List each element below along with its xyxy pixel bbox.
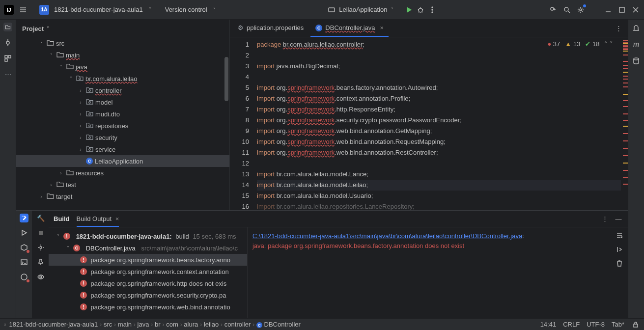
tree-item[interactable]: ›service	[16, 143, 229, 155]
run-config[interactable]: LeilaoApplication	[339, 6, 387, 13]
editor-tab[interactable]: ⚙pplication.properties	[233, 20, 308, 37]
build-error[interactable]: ! package org.springframework.web.bind.a…	[49, 301, 247, 313]
minimize-icon[interactable]	[604, 5, 613, 14]
more-tool-icon[interactable]: ⋯	[3, 70, 12, 79]
error-file-path[interactable]: C:\1821-bdd-cucumber-java-aula1\src\main…	[252, 232, 522, 240]
build-root[interactable]: ˅! 1821-bdd-cucumber-java-aula1: build 1…	[49, 230, 247, 242]
run-tool-icon[interactable]	[20, 228, 28, 237]
hide-icon[interactable]: —	[614, 215, 623, 223]
build-hammer-icon[interactable]: 🔨	[36, 214, 45, 222]
notifications-icon[interactable]	[632, 24, 641, 32]
database-tool-icon[interactable]	[632, 56, 641, 65]
warn-count: ▲ 13	[565, 40, 580, 48]
svg-rect-12	[5, 59, 7, 61]
code-area[interactable]: package br.com.alura.leilao.controller; …	[257, 37, 628, 210]
services-icon[interactable]	[20, 243, 28, 252]
project-name[interactable]: 1821-bdd-cucumber-java-aula1	[54, 6, 143, 13]
svg-rect-22	[39, 231, 43, 235]
close-icon[interactable]	[631, 5, 640, 14]
caret-pos[interactable]: 14:41	[540, 321, 557, 328]
run-icon[interactable]	[404, 5, 413, 14]
build-error[interactable]: ! package org.springframework.context.an…	[49, 266, 247, 277]
inspection-widget[interactable]: ● 37 ▲ 13 ✔ 18 ˄ ˅	[547, 40, 613, 48]
settings-cog-icon[interactable]	[36, 243, 45, 252]
debug-icon[interactable]	[416, 5, 425, 14]
build-tab[interactable]: Build	[54, 215, 70, 222]
hammer-icon[interactable]	[20, 214, 28, 222]
tree-item[interactable]: ›resources	[16, 167, 229, 179]
statusbar: ▫ 1821-bdd-cucumber-java-aula1 › src › m…	[0, 318, 644, 330]
svg-point-21	[21, 274, 27, 280]
build-output[interactable]: C:\1821-bdd-cucumber-java-aula1\src\main…	[247, 227, 628, 318]
line-sep[interactable]: CRLF	[563, 321, 580, 328]
terminal-icon[interactable]	[20, 258, 28, 267]
build-error[interactable]: ! package org.springframework.security.c…	[49, 289, 247, 301]
search-icon[interactable]	[562, 5, 571, 14]
svg-rect-11	[8, 55, 11, 58]
svg-point-24	[40, 276, 42, 278]
tree-item[interactable]: ›repositories	[16, 120, 229, 132]
problems-icon[interactable]	[20, 273, 28, 281]
eye-icon[interactable]	[36, 273, 45, 281]
project-tool-icon[interactable]	[3, 23, 12, 31]
svg-point-14	[89, 90, 91, 92]
soft-wrap-icon[interactable]	[615, 231, 624, 240]
breadcrumb[interactable]: 1821-bdd-cucumber-java-aula1 › src › mai…	[9, 321, 301, 329]
structure-tool-icon[interactable]	[3, 54, 12, 63]
readonly-icon[interactable]	[631, 320, 640, 329]
tree-item[interactable]: ˅java	[16, 61, 229, 73]
build-error[interactable]: ! package org.springframework.beans.fact…	[49, 254, 247, 266]
editor: ⚙pplication.propertiesCDBController.java…	[230, 20, 628, 210]
commit-tool-icon[interactable]	[3, 38, 12, 47]
menu-icon[interactable]	[19, 5, 28, 14]
maximize-icon[interactable]	[617, 5, 626, 14]
more-icon[interactable]	[428, 5, 437, 14]
version-control[interactable]: Version control	[165, 6, 207, 13]
project-header[interactable]: Project˅	[16, 20, 229, 37]
tree-item[interactable]: CLeilaoApplication	[16, 155, 229, 167]
scroll-end-icon[interactable]	[615, 245, 624, 254]
build-error[interactable]: ! package org.springframework.http does …	[49, 277, 247, 289]
chevron-down-icon[interactable]: ˅	[149, 7, 151, 12]
svg-point-4	[432, 12, 433, 13]
editor-tab[interactable]: CDBController.java×	[310, 20, 389, 37]
chevron-down-icon[interactable]: ˅	[391, 7, 393, 12]
build-file[interactable]: ˅C DBController.java src\main\java\br\co…	[49, 242, 247, 254]
pin-icon[interactable]	[36, 258, 45, 267]
svg-point-5	[551, 7, 554, 10]
trash-icon[interactable]	[615, 259, 624, 268]
tree-item[interactable]: ˅br.com.alura.leilao	[16, 73, 229, 84]
maven-tool-icon[interactable]: m	[633, 39, 640, 50]
build-output-tab[interactable]: Build Output ×	[77, 211, 119, 227]
left-tool-strip: ⋯	[0, 20, 16, 318]
tree-item[interactable]: ˅src	[16, 37, 229, 49]
encoding[interactable]: UTF-8	[587, 321, 605, 328]
svg-rect-26	[634, 324, 638, 327]
tree-item[interactable]: ›target	[16, 191, 229, 202]
tabs-more-icon[interactable]: ⋮	[613, 25, 625, 32]
svg-point-17	[89, 125, 91, 127]
main: ⋯ Project˅ ˅src˅main˅java˅br.com.alura.l…	[0, 20, 644, 318]
svg-point-6	[564, 7, 568, 11]
project-tree[interactable]: ˅src˅main˅java˅br.com.alura.leilao›contr…	[16, 37, 229, 210]
tree-item[interactable]: ›security	[16, 132, 229, 143]
ide-logo: IJ	[4, 5, 14, 15]
build-left-strip	[16, 211, 32, 318]
settings-icon[interactable]	[576, 5, 585, 14]
indent[interactable]: Tab*	[612, 321, 624, 328]
right-tool-strip: m	[628, 20, 644, 318]
build-tabs: Build Build Output × ⋮ —	[49, 211, 628, 227]
svg-point-19	[89, 149, 91, 151]
tree-item[interactable]: ›test	[16, 179, 229, 191]
tree-item[interactable]: ›mudi.dto	[16, 108, 229, 120]
scrollbar-thumb[interactable]	[224, 57, 228, 101]
more-icon[interactable]: ⋮	[600, 215, 609, 223]
tree-item[interactable]: ›model	[16, 96, 229, 108]
build-tree[interactable]: ˅! 1821-bdd-cucumber-java-aula1: build 1…	[49, 227, 247, 318]
code-with-me-icon[interactable]	[549, 5, 558, 14]
tree-item[interactable]: ˅main	[16, 49, 229, 61]
tree-item[interactable]: ›controller	[16, 84, 229, 96]
error-stripe[interactable]	[621, 37, 628, 210]
stop-icon[interactable]	[36, 228, 45, 237]
svg-point-25	[634, 58, 639, 60]
